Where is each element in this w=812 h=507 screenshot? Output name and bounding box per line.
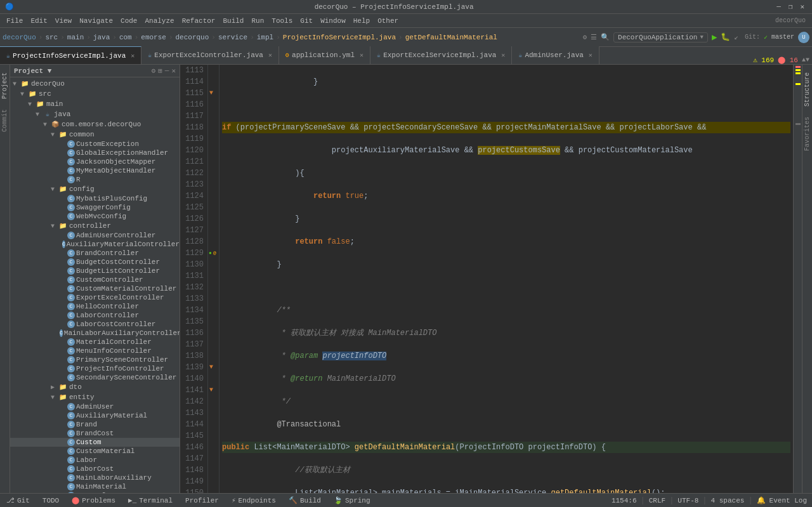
tab-projectinfoserviceimpl[interactable]: ☕ ProjectInfoServiceImpl.java ✕ [0,46,141,64]
sidebar-item-hellocontroller[interactable]: C HelloController [10,302,180,311]
toolbar-breadcrumb-file[interactable]: ProjectInfoServiceImpl.java [283,34,396,41]
sidebar-item-materialcontroller[interactable]: C MaterialController [10,338,180,346]
toolbar-breadcrumb-src[interactable]: src [45,34,58,41]
sidebar-item-budgetlistcontroller[interactable]: C BudgetListController [10,267,180,275]
menu-tools[interactable]: Tools [268,16,296,26]
toolbar-settings-icon[interactable]: ⚙ [582,33,587,41]
tab-close-3[interactable]: ✕ [360,51,363,59]
toolbar-git-icon[interactable]: ↙ [734,33,738,41]
minimize-button[interactable]: — [774,3,783,11]
toolbar-breadcrumb-java[interactable]: java [93,34,110,41]
toolbar-breadcrumb-impl[interactable]: impl [257,34,273,41]
maximize-button[interactable]: ❐ [786,3,796,11]
close-button[interactable]: ✕ [797,3,807,11]
sidebar-item-customexception[interactable]: C CustomException [10,140,180,148]
window-controls[interactable]: — ❐ ✕ [774,3,807,11]
bottom-tab-build[interactable]: 🔨 Build [282,495,327,506]
sidebar-item-primaryscenecontroller[interactable]: C PrimarySceneController [10,355,180,364]
menu-run[interactable]: Run [247,16,268,26]
sidebar-item-budgetcostcontroller[interactable]: C BudgetCostController [10,258,180,267]
menu-edit[interactable]: Edit [27,16,51,26]
sidebar-item-laborcontroller[interactable]: C LaborController [10,311,180,320]
toolbar-breadcrumb-main[interactable]: main [67,34,84,41]
tab-close-2[interactable]: ✕ [268,51,272,59]
sidebar-item-mymetaobjecthandler[interactable]: C MyMetaObjectHandler [10,166,180,175]
bottom-tab-todo[interactable]: TODO [36,496,65,506]
sidebar-collapse[interactable]: — [165,67,169,75]
sidebar-item-mainmaterial[interactable]: C MainMaterial [10,482,180,491]
sidebar-expand[interactable]: ⊞ [158,67,162,75]
sidebar-item-adminuser[interactable]: C AdminUser [10,402,180,411]
menu-navigate[interactable]: Navigate [75,16,117,26]
expand-tabs-icon[interactable]: ▲▼ [802,56,809,63]
menu-help[interactable]: Help [350,16,374,26]
tab-close-5[interactable]: ✕ [589,51,593,59]
menu-other[interactable]: Other [374,16,402,26]
sidebar-item-mybatisplusconfig[interactable]: C MybatisPlusConfig [10,194,180,203]
run-button[interactable]: ▶ [712,32,717,43]
sidebar-item-jacksonobjectmapper[interactable]: C JacksonObjectMapper [10,157,180,166]
sidebar-item-custom[interactable]: C Custom [10,438,180,447]
sidebar-item-projectinfocontroller[interactable]: C ProjectInfoController [10,364,180,373]
sidebar-item-package[interactable]: ▼ 📦 com.emorse.decorQuo [10,119,180,129]
sidebar-item-labor[interactable]: C Labor [10,456,180,464]
toolbar-breadcrumb-service[interactable]: service [218,34,247,41]
sidebar-item-webmvcconfig[interactable]: C WebMvcConfig [10,212,180,221]
tab-exportexcelserviceimpl[interactable]: ☕ ExportExcelServiceImpl.java ✕ [370,46,512,64]
bottom-tab-spring[interactable]: 🍃 Spring [327,495,377,506]
sidebar-gear[interactable]: ⚙ [152,67,156,75]
sidebar-item-auxiliarymaterial[interactable]: C AuxiliaryMaterial [10,411,180,420]
toolbar-layout-icon[interactable]: ☰ [591,33,597,41]
menu-window[interactable]: Window [317,16,350,26]
warnings-count[interactable]: ⚠ 169 [753,56,774,64]
sidebar-item-brand[interactable]: C Brand [10,420,180,429]
sidebar-item-decorquo[interactable]: ▼ 📁 decorQuo [10,79,180,89]
menu-analyze[interactable]: Analyze [141,16,178,26]
menu-refactor[interactable]: Refactor [178,16,219,26]
sidebar-item-r[interactable]: C R [10,175,180,184]
event-log-icon[interactable]: 🔔 [757,496,766,504]
code-content[interactable]: } if (projectPrimarySceneSave && project… [219,65,793,493]
sidebar-item-custommaterialcontroller[interactable]: C CustomMaterialController [10,284,180,293]
sidebar-item-adminusercontroller[interactable]: C AdminUserController [10,231,180,240]
bottom-tab-profiler[interactable]: Profiler [179,496,225,506]
sidebar-item-entity[interactable]: ▼ 📁 entity [10,392,180,402]
code-view[interactable]: 1113 1114 1115 1116 1117 1118 1119 1120 … [180,65,802,493]
sidebar-item-java[interactable]: ▼ ☕ java [10,109,180,119]
favorites-tab-label[interactable]: Favorites [802,112,812,156]
run-config-dropdown[interactable]: ▼ [700,34,703,41]
sidebar-item-laborcostcontroller[interactable]: C LaborCostController [10,320,180,329]
sidebar-item-mainlaborauxiliarycontroller[interactable]: C MainLaborAuxiliaryController [10,329,180,338]
toolbar-avatar[interactable]: U [798,32,809,43]
sidebar-item-exportexcelcontroller[interactable]: C ExportExcelController [10,293,180,302]
errors-count[interactable]: ⬤ 16 [778,56,798,64]
bottom-tab-git[interactable]: ⎇ Git [0,495,36,506]
toolbar-breadcrumb-decorquo2[interactable]: decorquo [176,34,209,41]
structure-tab-label[interactable]: Structure [802,67,812,112]
menu-file[interactable]: File [3,16,27,26]
event-log-label[interactable]: Event Log [769,497,807,504]
toolbar-breadcrumb-method[interactable]: getDefaultMainMaterial [405,34,497,41]
sidebar-item-customcontroller[interactable]: C CustomController [10,275,180,284]
toolbar-breadcrumb-emorse[interactable]: emorse [141,34,166,41]
sidebar-item-main[interactable]: ▼ 📁 main [10,99,180,109]
tab-close-1[interactable]: ✕ [131,52,134,60]
sidebar-item-brandcontroller[interactable]: C BrandController [10,249,180,258]
debug-button[interactable]: 🐛 [721,32,730,42]
sidebar-close[interactable]: ✕ [171,67,176,75]
menu-code[interactable]: Code [117,16,141,26]
bottom-tab-problems[interactable]: ⬤ Problems [65,495,122,506]
menu-git[interactable]: Git [296,16,317,26]
sidebar-item-mainlaborauxiliary[interactable]: C MainLaborAuxiliary [10,473,180,482]
toolbar-breadcrumb-com[interactable]: com [119,34,132,41]
tab-close-4[interactable]: ✕ [501,51,505,59]
menu-build[interactable]: Build [219,16,247,26]
sidebar-item-config[interactable]: ▼ 📁 config [10,184,180,194]
menu-view[interactable]: View [51,16,75,26]
commit-tab-label[interactable]: Commit [0,104,10,137]
sidebar-item-secondaryscenecontroller[interactable]: C SecondarySceneController [10,373,180,382]
sidebar-item-src[interactable]: ▼ 📁 src [10,89,180,99]
sidebar-item-swaggerconfig[interactable]: C SwaggerConfig [10,203,180,212]
toolbar-breadcrumb-decorquo[interactable]: decorQuo [3,34,36,41]
sidebar-item-controller[interactable]: ▼ 📁 controller [10,221,180,231]
